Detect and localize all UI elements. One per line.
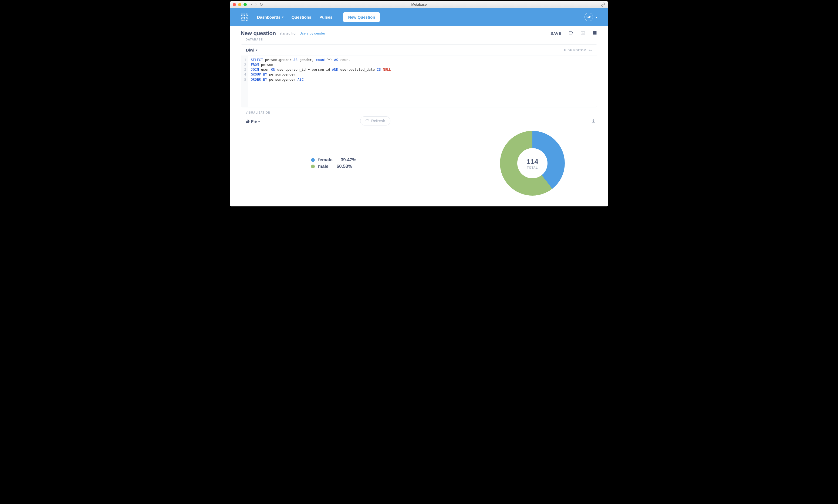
chart-legend: female 39.47% male 60.53%: [311, 156, 356, 170]
donut-total-value: 114: [526, 158, 538, 166]
viz-section: VISUALIZATION Pie ▾ Refresh: [241, 111, 597, 206]
header-actions: SAVE: [551, 31, 597, 36]
browser-nav: ‹ › ↻: [251, 2, 263, 7]
new-question-label: New Question: [348, 15, 375, 19]
svg-rect-1: [581, 31, 585, 34]
legend-swatch: [311, 158, 315, 162]
legend-item-male[interactable]: male 60.53%: [311, 164, 356, 169]
database-name: Diwi: [246, 48, 254, 52]
collapse-icon: [588, 48, 592, 52]
sql-editor[interactable]: 1 2 3 4 5 SELECT person.gender AS gender…: [241, 56, 597, 107]
top-nav-bar: Dashboards ▾ Questions Pulses New Questi…: [230, 8, 608, 26]
legend-label: male: [318, 164, 329, 169]
close-window-button[interactable]: [233, 3, 236, 6]
nav-pulses-label: Pulses: [319, 15, 332, 19]
legend-percent: 60.53%: [337, 164, 352, 169]
line-number: 5: [241, 77, 246, 82]
chevron-down-icon: ▾: [258, 120, 260, 123]
traffic-lights: [233, 3, 247, 6]
svg-rect-4: [596, 31, 597, 35]
save-button[interactable]: SAVE: [551, 31, 561, 36]
sql-editor-card: Diwi ▾ HIDE EDITOR 1 2 3 4 5: [241, 44, 597, 107]
chevron-down-icon: ▾: [282, 16, 283, 19]
metabase-logo[interactable]: [241, 14, 248, 20]
nav-questions[interactable]: Questions: [292, 15, 311, 19]
donut-chart[interactable]: 114 TOTAL: [500, 131, 565, 196]
hide-editor-label: HIDE EDITOR: [564, 49, 586, 52]
refresh-label: Refresh: [371, 119, 385, 123]
nav-dashboards[interactable]: Dashboards ▾: [257, 15, 283, 19]
zoom-window-button[interactable]: [244, 3, 247, 6]
started-from-link[interactable]: Users by gender: [299, 31, 325, 35]
page-content: New question started from Users by gende…: [230, 26, 608, 206]
app-body: Dashboards ▾ Questions Pulses New Questi…: [230, 8, 608, 206]
line-number: 3: [241, 67, 246, 72]
legend-swatch: [311, 165, 315, 168]
app-window: ‹ › ↻ Metabase Dashboards ▾: [230, 1, 608, 206]
line-number: 4: [241, 72, 246, 77]
link-icon[interactable]: [601, 2, 605, 7]
viz-controls-row: Pie ▾ Refresh: [241, 116, 597, 125]
page-title: New question: [241, 30, 276, 36]
nav-links: Dashboards ▾ Questions Pulses New Questi…: [257, 12, 380, 22]
sql-text[interactable]: SELECT person.gender AS gender, count(*)…: [248, 56, 597, 107]
started-from-prefix: started from: [280, 31, 299, 35]
viz-section-label: VISUALIZATION: [241, 111, 597, 114]
question-header: New question started from Users by gende…: [241, 30, 597, 36]
topbar-right: GP ▾: [584, 13, 597, 21]
download-button[interactable]: [591, 119, 597, 123]
database-section-label: DATABASE: [241, 38, 597, 42]
pie-icon: [246, 120, 249, 123]
legend-item-female[interactable]: female 39.47%: [311, 157, 356, 163]
database-selector-row: Diwi ▾ HIDE EDITOR: [241, 44, 597, 56]
add-to-dashboard-icon[interactable]: [569, 31, 573, 36]
minimize-window-button[interactable]: [238, 3, 241, 6]
refresh-button[interactable]: Refresh: [360, 116, 390, 125]
nav-dashboards-label: Dashboards: [257, 15, 280, 19]
legend-percent: 39.47%: [341, 157, 356, 163]
nav-pulses[interactable]: Pulses: [319, 15, 332, 19]
hide-editor-button[interactable]: HIDE EDITOR: [564, 48, 592, 52]
donut-center: 114 TOTAL: [517, 148, 547, 178]
nav-questions-label: Questions: [292, 15, 311, 19]
svg-rect-3: [593, 31, 596, 35]
chart-area: female 39.47% male 60.53% 114: [241, 125, 597, 206]
database-selector[interactable]: Diwi ▾: [246, 48, 257, 52]
line-gutter: 1 2 3 4 5: [241, 56, 248, 107]
legend-label: female: [318, 157, 333, 163]
os-titlebar: ‹ › ↻ Metabase: [230, 1, 608, 8]
move-icon[interactable]: [580, 31, 585, 36]
user-avatar[interactable]: GP: [584, 13, 593, 21]
svg-rect-0: [569, 31, 572, 34]
forward-button[interactable]: ›: [255, 2, 257, 7]
avatar-initials: GP: [587, 15, 591, 19]
chevron-down-icon: ▾: [256, 49, 257, 52]
new-question-button[interactable]: New Question: [343, 12, 380, 22]
reload-button[interactable]: ↻: [259, 2, 263, 7]
chevron-down-icon[interactable]: ▾: [596, 16, 597, 19]
started-from: started from Users by gender: [280, 31, 325, 35]
viz-type-label: Pie: [251, 119, 257, 124]
donut-total-label: TOTAL: [527, 166, 538, 169]
viz-type-selector[interactable]: Pie ▾: [241, 118, 260, 124]
line-number: 1: [241, 57, 246, 62]
back-button[interactable]: ‹: [251, 2, 252, 7]
line-number: 2: [241, 62, 246, 67]
window-title: Metabase: [230, 2, 608, 6]
history-icon[interactable]: [592, 31, 597, 36]
refresh-icon: [365, 119, 369, 123]
